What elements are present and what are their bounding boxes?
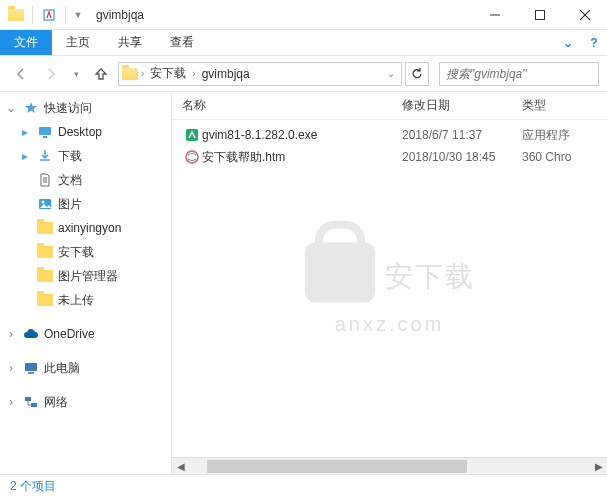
svg-rect-15 bbox=[28, 372, 34, 374]
htm-icon bbox=[182, 148, 202, 166]
folder-app-icon bbox=[6, 5, 26, 25]
expand-icon[interactable]: ▸ bbox=[18, 149, 32, 163]
file-row[interactable]: gvim81-8.1.282.0.exe 2018/6/7 11:37 应用程序 bbox=[172, 124, 607, 146]
help-icon[interactable]: ? bbox=[581, 30, 607, 55]
watermark: 安下载 anxz.com bbox=[305, 242, 475, 335]
ribbon-expand-icon[interactable]: ⌄ bbox=[555, 30, 581, 55]
properties-icon[interactable] bbox=[39, 5, 59, 25]
onedrive-icon bbox=[22, 325, 40, 343]
sidebar-item-axinyingyon[interactable]: axinyingyon bbox=[0, 216, 171, 240]
chevron-right-icon[interactable]: › bbox=[141, 68, 144, 79]
sidebar-item-label: 图片 bbox=[58, 196, 82, 213]
star-icon bbox=[22, 99, 40, 117]
svg-rect-7 bbox=[39, 127, 51, 135]
sidebar-item-anxia[interactable]: 安下载 bbox=[0, 240, 171, 264]
expand-icon[interactable]: › bbox=[4, 361, 18, 375]
folder-icon bbox=[36, 291, 54, 309]
folder-icon bbox=[121, 65, 139, 83]
svg-rect-16 bbox=[25, 397, 31, 401]
sidebar-item-label: 网络 bbox=[44, 394, 68, 411]
collapse-icon[interactable]: ⌄ bbox=[4, 101, 18, 115]
svg-point-19 bbox=[186, 151, 198, 163]
tab-file[interactable]: 文件 bbox=[0, 30, 52, 55]
folder-icon bbox=[36, 219, 54, 237]
watermark-text: 安下载 bbox=[385, 257, 475, 295]
pictures-icon bbox=[36, 195, 54, 213]
sidebar-item-notuploaded[interactable]: 未上传 bbox=[0, 288, 171, 312]
tab-share[interactable]: 共享 bbox=[104, 30, 156, 55]
column-headers: 名称 修改日期 类型 bbox=[172, 92, 607, 120]
address-dropdown-icon[interactable]: ⌄ bbox=[383, 68, 399, 79]
navigation-pane: ⌄ 快速访问 ▸ Desktop ▸ 下载 文档 图片 axinyingyon bbox=[0, 92, 172, 474]
column-name[interactable]: 名称 bbox=[182, 97, 402, 114]
file-date: 2018/10/30 18:45 bbox=[402, 150, 522, 164]
back-button[interactable] bbox=[8, 61, 34, 87]
watermark-subtext: anxz.com bbox=[335, 312, 445, 335]
desktop-icon bbox=[36, 123, 54, 141]
sidebar-item-quick-access[interactable]: ⌄ 快速访问 bbox=[0, 96, 171, 120]
sidebar-item-label: Desktop bbox=[58, 125, 102, 139]
network-icon bbox=[22, 393, 40, 411]
sidebar-item-label: 此电脑 bbox=[44, 360, 80, 377]
sidebar-item-label: 文档 bbox=[58, 172, 82, 189]
tab-home[interactable]: 主页 bbox=[52, 30, 104, 55]
qat-dropdown-icon[interactable]: ▼ bbox=[72, 5, 84, 25]
download-icon bbox=[36, 147, 54, 165]
search-input[interactable] bbox=[446, 67, 597, 81]
expand-icon[interactable]: › bbox=[4, 327, 18, 341]
file-name: 安下载帮助.htm bbox=[202, 149, 402, 166]
sidebar-item-label: axinyingyon bbox=[58, 221, 121, 235]
sidebar-item-downloads[interactable]: ▸ 下载 bbox=[0, 144, 171, 168]
sidebar-item-network[interactable]: › 网络 bbox=[0, 390, 171, 414]
minimize-button[interactable] bbox=[472, 0, 517, 30]
sidebar-item-documents[interactable]: 文档 bbox=[0, 168, 171, 192]
window-title: gvimbjqa bbox=[90, 8, 472, 22]
horizontal-scrollbar[interactable]: ◀ ▶ bbox=[172, 457, 607, 474]
expand-icon[interactable]: › bbox=[4, 395, 18, 409]
sidebar-item-desktop[interactable]: ▸ Desktop bbox=[0, 120, 171, 144]
scroll-right-icon[interactable]: ▶ bbox=[590, 461, 607, 472]
expand-icon[interactable]: ▸ bbox=[18, 125, 32, 139]
folder-icon bbox=[36, 267, 54, 285]
scroll-left-icon[interactable]: ◀ bbox=[172, 461, 189, 472]
sidebar-item-onedrive[interactable]: › OneDrive bbox=[0, 322, 171, 346]
file-type: 360 Chro bbox=[522, 150, 607, 164]
sidebar-item-thispc[interactable]: › 此电脑 bbox=[0, 356, 171, 380]
forward-button[interactable] bbox=[38, 61, 64, 87]
maximize-button[interactable] bbox=[517, 0, 562, 30]
file-name: gvim81-8.1.282.0.exe bbox=[202, 128, 402, 142]
column-date[interactable]: 修改日期 bbox=[402, 97, 522, 114]
computer-icon bbox=[22, 359, 40, 377]
svg-rect-2 bbox=[535, 10, 544, 19]
file-row[interactable]: 安下载帮助.htm 2018/10/30 18:45 360 Chro bbox=[172, 146, 607, 168]
sidebar-item-picmgr[interactable]: 图片管理器 bbox=[0, 264, 171, 288]
file-type: 应用程序 bbox=[522, 127, 607, 144]
sidebar-item-label: 安下载 bbox=[58, 244, 94, 261]
status-item-count: 2 个项目 bbox=[10, 478, 56, 495]
lock-icon bbox=[305, 242, 375, 302]
search-box[interactable] bbox=[439, 62, 599, 86]
scroll-thumb[interactable] bbox=[207, 460, 467, 473]
svg-rect-17 bbox=[31, 403, 37, 407]
file-date: 2018/6/7 11:37 bbox=[402, 128, 522, 142]
tab-view[interactable]: 查看 bbox=[156, 30, 208, 55]
recent-dropdown-icon[interactable]: ▾ bbox=[68, 61, 84, 87]
svg-rect-14 bbox=[25, 363, 37, 371]
sidebar-item-pictures[interactable]: 图片 bbox=[0, 192, 171, 216]
exe-icon bbox=[182, 126, 202, 144]
sidebar-item-label: 快速访问 bbox=[44, 100, 92, 117]
breadcrumb-anxia[interactable]: 安下载 bbox=[146, 65, 190, 82]
refresh-button[interactable] bbox=[405, 62, 429, 86]
sidebar-item-label: 图片管理器 bbox=[58, 268, 118, 285]
chevron-right-icon[interactable]: › bbox=[192, 68, 195, 79]
close-button[interactable] bbox=[562, 0, 607, 30]
column-type[interactable]: 类型 bbox=[522, 97, 607, 114]
folder-icon bbox=[36, 243, 54, 261]
document-icon bbox=[36, 171, 54, 189]
sidebar-item-label: 未上传 bbox=[58, 292, 94, 309]
up-button[interactable] bbox=[88, 61, 114, 87]
svg-point-13 bbox=[42, 201, 45, 204]
address-bar[interactable]: › 安下载 › gvimbjqa ⌄ bbox=[118, 62, 402, 86]
breadcrumb-folder[interactable]: gvimbjqa bbox=[198, 67, 254, 81]
sidebar-item-label: OneDrive bbox=[44, 327, 95, 341]
